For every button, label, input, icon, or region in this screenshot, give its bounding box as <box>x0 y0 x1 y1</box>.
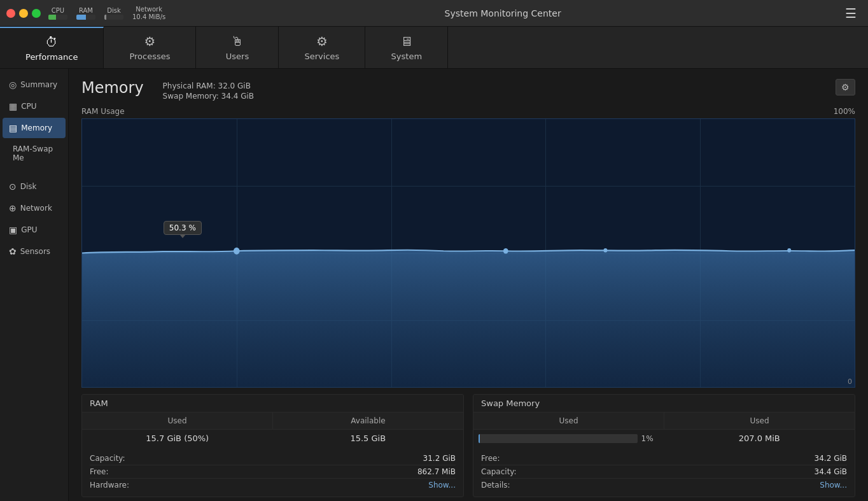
summary-icon: ◎ <box>9 80 17 90</box>
swap-used-val: 207.0 MiB <box>664 430 855 447</box>
window-title: System Monitoring Center <box>165 8 840 18</box>
percent-label: 100% <box>834 107 855 116</box>
menu-button[interactable]: ☰ <box>840 3 862 24</box>
ram-capacity-val: 31.2 GiB <box>423 454 456 463</box>
chart-zero-label: 0 <box>848 378 852 386</box>
cpu-bar-fill <box>48 15 56 20</box>
chart-dot-1 <box>234 248 240 255</box>
sidebar-label-memory: Memory <box>21 123 52 132</box>
sidebar-item-cpu[interactable]: ▦ CPU <box>3 96 66 116</box>
ram-bar <box>76 15 95 20</box>
swap-capacity-label: Capacity: <box>481 467 517 476</box>
ram-bar-fill <box>76 15 86 20</box>
swap-used-header: Used <box>473 413 664 429</box>
services-icon: ⚙ <box>316 34 328 49</box>
cpu-indicator: CPU <box>48 7 67 20</box>
swap-pct-label: 1% <box>641 434 659 443</box>
memory-title-block: Memory Physical RAM: 32.0 GiB Swap Memor… <box>81 79 254 101</box>
sidebar-label-disk: Disk <box>20 182 37 191</box>
ram-available-header: Available <box>273 413 463 429</box>
system-icon: 🖥 <box>400 34 413 49</box>
processes-icon: ⚙ <box>144 34 155 49</box>
stats-grid: RAM Used Available 15.7 GiB (50%) 15.5 G… <box>81 394 855 497</box>
ram-hardware-link[interactable]: Show... <box>428 481 456 490</box>
sidebar-item-sensors[interactable]: ✿ Sensors <box>3 241 66 262</box>
sidebar-label-gpu: GPU <box>21 225 37 234</box>
tab-system[interactable]: 🖥 System <box>365 27 448 68</box>
chart-svg <box>82 119 855 387</box>
ram-panel-title: RAM <box>82 395 463 412</box>
sidebar: ◎ Summary ▦ CPU ▤ Memory RAM-Swap Me ⊙ D… <box>0 69 69 501</box>
disk-indicator: Disk <box>104 7 123 20</box>
sidebar-item-memory[interactable]: ▤ Memory <box>3 118 66 138</box>
swap-capacity-row: Capacity: 34.4 GiB <box>481 465 847 479</box>
swap-details-link[interactable]: Show... <box>820 481 847 490</box>
tab-processes[interactable]: ⚙ Processes <box>104 27 196 68</box>
ram-usage-values: 15.7 GiB (50%) 15.5 GiB <box>82 430 463 447</box>
sidebar-item-disk[interactable]: ⊙ Disk <box>3 176 66 197</box>
users-icon: 🖱 <box>231 34 244 49</box>
ram-panel: RAM Used Available 15.7 GiB (50%) 15.5 G… <box>81 394 464 497</box>
ram-used-header: Used <box>82 413 273 429</box>
ram-capacity-row: Capacity: 31.2 GiB <box>90 452 456 465</box>
sidebar-label-sensors: Sensors <box>20 247 50 256</box>
ram-indicator-label: RAM <box>79 7 93 14</box>
swap-details-row: Details: Show... <box>481 479 847 491</box>
settings-button[interactable]: ⚙ <box>836 79 855 95</box>
sidebar-item-summary[interactable]: ◎ Summary <box>3 74 66 95</box>
content-area: Memory Physical RAM: 32.0 GiB Swap Memor… <box>69 69 868 501</box>
disk-indicator-label: Disk <box>107 7 120 14</box>
resource-indicators: CPU RAM Disk Network 10.4 MiB/s <box>48 6 165 20</box>
maximize-button[interactable] <box>32 9 41 18</box>
swap-usage-values: 1% 207.0 MiB <box>473 430 855 447</box>
disk-icon: ⊙ <box>9 181 17 192</box>
ram-usage-chart: 50.3 % 0 <box>81 118 855 388</box>
chart-dot-4 <box>787 248 791 252</box>
sensors-icon: ✿ <box>9 246 17 257</box>
swap-free-row: Free: 34.2 GiB <box>481 452 847 465</box>
swap-panel-title: Swap Memory <box>473 395 855 412</box>
cpu-indicator-label: CPU <box>52 7 64 14</box>
sidebar-item-network[interactable]: ⊕ Network <box>3 198 66 218</box>
memory-title: Memory <box>81 79 144 97</box>
window-controls <box>6 9 41 18</box>
minimize-button[interactable] <box>19 9 28 18</box>
tab-processes-label: Processes <box>129 52 170 61</box>
ram-hardware-label: Hardware: <box>90 481 129 490</box>
swap-progress-fill <box>479 434 480 443</box>
chart-section: RAM Usage 100% <box>69 107 868 388</box>
swap-detail-rows: Free: 34.2 GiB Capacity: 34.4 GiB Detail… <box>473 447 855 497</box>
gpu-icon: ▣ <box>9 225 17 235</box>
sidebar-label-ram-swap: RAM-Swap Me <box>13 145 59 162</box>
tab-users-label: Users <box>226 52 249 61</box>
ram-used-val: 15.7 GiB (50%) <box>82 430 273 447</box>
memory-header: Memory Physical RAM: 32.0 GiB Swap Memor… <box>69 69 868 107</box>
swap-panel: Swap Memory Used Used 1% 207.0 MiB <box>473 394 855 497</box>
swap-memory-label: Swap Memory: 34.4 GiB <box>163 92 254 101</box>
sidebar-item-ram-swap[interactable]: RAM-Swap Me <box>3 139 66 167</box>
ram-free-label: Free: <box>90 467 109 476</box>
main-layout: ◎ Summary ▦ CPU ▤ Memory RAM-Swap Me ⊙ D… <box>0 69 868 501</box>
chart-dot-3 <box>603 248 607 252</box>
network-indicator: Network 10.4 MiB/s <box>132 6 165 20</box>
sidebar-item-gpu[interactable]: ▣ GPU <box>3 220 66 240</box>
ram-hardware-row: Hardware: Show... <box>90 479 456 491</box>
tab-performance[interactable]: ⏱ Performance <box>0 27 104 68</box>
ram-available-val: 15.5 GiB <box>273 430 464 447</box>
swap-usage-header: Used Used <box>473 412 855 430</box>
tab-users[interactable]: 🖱 Users <box>196 27 279 68</box>
network-value: 10.4 MiB/s <box>132 13 165 20</box>
close-button[interactable] <box>6 9 15 18</box>
swap-details-label: Details: <box>481 481 510 490</box>
tab-services[interactable]: ⚙ Services <box>279 27 365 68</box>
tab-system-label: System <box>391 52 422 61</box>
sidebar-label-summary: Summary <box>20 80 57 89</box>
swap-progress-wrap: 1% <box>473 430 664 447</box>
tab-performance-label: Performance <box>25 52 78 62</box>
ram-capacity-label: Capacity: <box>90 454 125 463</box>
cpu-icon: ▦ <box>9 101 17 111</box>
swap-capacity-val: 34.4 GiB <box>815 467 847 476</box>
network-indicator-label: Network <box>136 6 162 13</box>
ram-indicator: RAM <box>76 7 95 20</box>
ram-detail-rows: Capacity: 31.2 GiB Free: 862.7 MiB Hardw… <box>82 447 463 497</box>
